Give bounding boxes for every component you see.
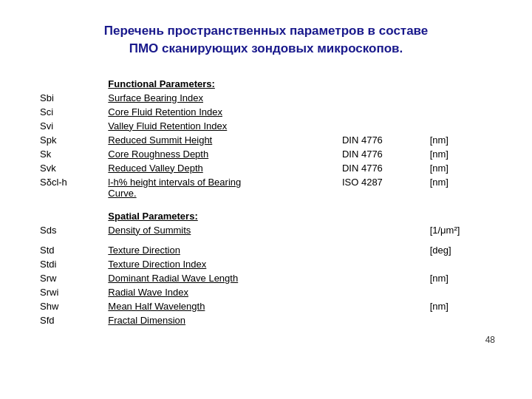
functional-header: Functional Parameters: [108,78,215,89]
table-row: Sci Core Fluid Retention Index [37,105,495,119]
spatial-header: Spatial Parameters: [108,211,197,222]
table-row: Sds Density of Summits [1/μm²] [37,223,495,237]
table-row: Sbi Surface Bearing Index [37,91,495,105]
table-row: Sδcl-h l-h% height intervals of BearingC… [37,175,495,200]
functional-header-row: Functional Parameters: [37,74,495,91]
table-row: Srw Dominant Radial Wave Length [nm] [37,271,495,285]
table-row: Sk Core Roughness Depth DIN 4776 [nm] [37,147,495,161]
page-number: 48 [37,335,495,345]
spacer [37,200,495,206]
table-row: Stdi Texture Direction Index [37,257,495,271]
parameters-table: Functional Parameters: Sbi Surface Beari… [37,74,495,327]
title: Перечень пространственных параметров в с… [37,22,495,58]
table-row: Shw Mean Half Wavelength [nm] [37,299,495,313]
spatial-header-row: Spatial Parameters: [37,206,495,223]
table-row: Std Texture Direction [deg] [37,243,495,257]
table-row: Spk Reduced Summit Height DIN 4776 [nm] [37,133,495,147]
spacer [37,237,495,243]
table-row: Svi Valley Fluid Retention Index [37,119,495,133]
table-row: Srwi Radial Wave Index [37,285,495,299]
table-row: Sfd Fractal Dimension [37,313,495,327]
table-row: Svk Reduced Valley Depth DIN 4776 [nm] [37,161,495,175]
